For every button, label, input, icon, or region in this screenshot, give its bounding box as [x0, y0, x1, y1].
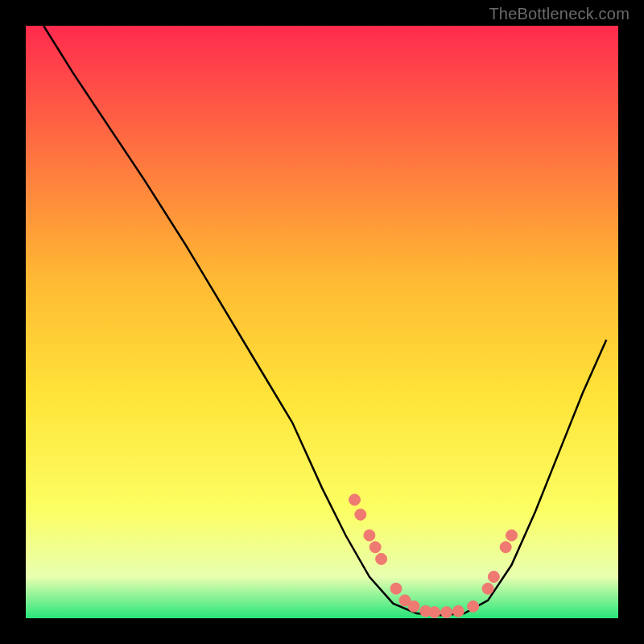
data-dot: [488, 572, 499, 583]
data-dot: [468, 601, 479, 612]
data-dot: [376, 553, 387, 564]
data-dot: [355, 509, 366, 520]
data-dot: [441, 607, 452, 618]
data-dot: [408, 601, 419, 612]
chart-stage: TheBottleneck.com: [0, 0, 644, 644]
data-dot: [482, 583, 493, 594]
data-dot: [429, 607, 440, 618]
data-dot: [506, 530, 518, 541]
data-dot: [369, 542, 381, 553]
data-dot: [500, 542, 511, 553]
data-dot: [452, 605, 464, 617]
plot-area: [26, 26, 618, 618]
gradient-background: [26, 26, 618, 618]
data-dot: [349, 494, 361, 506]
watermark-text: TheBottleneck.com: [489, 5, 630, 23]
data-dot: [390, 583, 402, 594]
data-dot: [364, 530, 375, 541]
chart-svg: [26, 26, 618, 618]
